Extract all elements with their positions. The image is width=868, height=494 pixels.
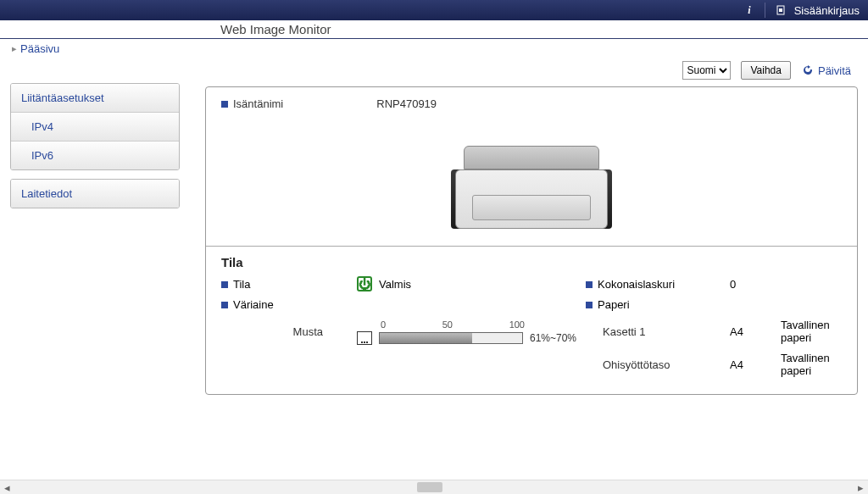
controls-row: Suomi Vaihda Päivitä — [205, 58, 858, 83]
refresh-icon — [801, 64, 815, 77]
sidebar-item-device-info[interactable]: Laitetiedot — [11, 180, 179, 208]
login-link[interactable]: Sisäänkirjaus — [794, 4, 860, 17]
tray-2-type: Tavallinen paperi — [781, 352, 842, 377]
chevron-right-icon: ▸ — [12, 43, 17, 54]
login-icon[interactable] — [772, 2, 789, 19]
tray-2-size: A4 — [730, 358, 781, 371]
sidebar-item-ipv4[interactable]: IPv4 — [11, 113, 179, 142]
refresh-link[interactable]: Päivitä — [801, 64, 851, 77]
scroll-right-arrow[interactable]: ▸ — [854, 480, 868, 495]
main-area: Suomi Vaihda Päivitä Isäntänimi RNP47091… — [205, 58, 858, 395]
scroll-track[interactable] — [14, 480, 854, 494]
sidebar-item-ipv6[interactable]: IPv6 — [11, 142, 179, 169]
app-title: Web Image Monitor — [220, 22, 331, 36]
sidebar-item-interface-settings[interactable]: Liitäntäasetukset — [11, 84, 179, 113]
sidebar: Liitäntäasetukset IPv4 IPv6 Laitetiedot — [10, 83, 180, 395]
status-section-title: Tila — [221, 255, 842, 269]
topbar: i Sisäänkirjaus — [0, 0, 868, 20]
status-value: ⏻ Valmis — [357, 276, 586, 291]
panel-top: Isäntänimi RNP470919 — [206, 87, 857, 246]
info-icon[interactable]: i — [741, 2, 758, 19]
tray-2-name: Ohisyöttötaso — [586, 358, 730, 371]
tray-1-name: Kasetti 1 — [586, 325, 730, 338]
sidebar-group-interface: Liitäntäasetukset IPv4 IPv6 — [10, 83, 180, 170]
breadcrumb: ▸ Pääsivu — [0, 39, 868, 58]
status-label: Tila — [221, 278, 357, 291]
toner-percent: 61%~70% — [530, 332, 576, 344]
breadcrumb-home[interactable]: Pääsivu — [20, 42, 59, 55]
svg-rect-2 — [779, 8, 782, 12]
hostname-label: Isäntänimi — [221, 97, 283, 110]
tray-1-type: Tavallinen paperi — [781, 319, 842, 344]
horizontal-scrollbar[interactable]: ◂ ▸ — [0, 480, 868, 494]
counter-label: Kokonaislaskuri — [586, 278, 730, 291]
paper-label: Paperi — [586, 298, 730, 311]
separator — [765, 3, 765, 18]
toner-color-name: Musta — [221, 325, 357, 338]
scroll-thumb[interactable] — [417, 482, 442, 492]
toner-gauge: 0 50 100 61%~70% — [357, 319, 586, 345]
ready-icon: ⏻ — [357, 276, 372, 291]
language-select[interactable]: Suomi — [682, 61, 731, 80]
counter-value: 0 — [730, 278, 781, 291]
svg-text:i: i — [748, 4, 751, 16]
toner-icon — [357, 331, 372, 345]
printer-image — [447, 127, 616, 229]
title-strip: Web Image Monitor — [0, 20, 868, 39]
refresh-label: Päivitä — [818, 64, 851, 77]
toner-label: Väriaine — [221, 298, 357, 311]
toner-bar — [379, 332, 523, 344]
tray-1-size: A4 — [730, 325, 781, 338]
hostname-value: RNP470919 — [376, 97, 437, 110]
status-panel: Isäntänimi RNP470919 Tila Tila ⏻ — [205, 86, 858, 395]
panel-bottom: Tila Tila ⏻ Valmis Kokonaislaskuri 0 Vär… — [206, 247, 857, 394]
sidebar-group-device: Laitetiedot — [10, 179, 180, 208]
scroll-left-arrow[interactable]: ◂ — [0, 480, 14, 495]
change-button[interactable]: Vaihda — [741, 61, 790, 80]
hostname-row: Isäntänimi RNP470919 — [221, 97, 842, 110]
